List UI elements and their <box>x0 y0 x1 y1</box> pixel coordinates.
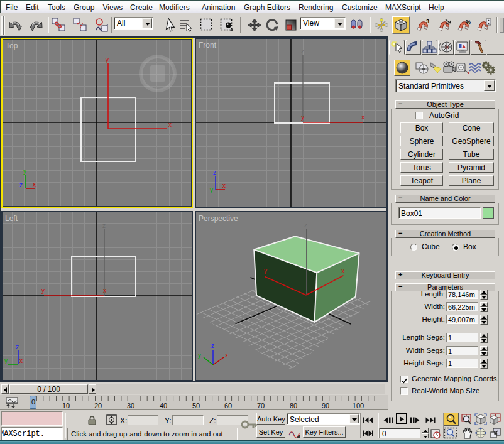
svg-text:z: z <box>19 181 23 188</box>
svg-text:x: x <box>103 287 106 294</box>
svg-text:Front: Front <box>199 41 217 50</box>
svg-text:z: z <box>213 169 216 176</box>
svg-text:z: z <box>301 48 304 55</box>
svg-text:10: 10 <box>62 402 70 409</box>
svg-text:60: 60 <box>224 402 232 409</box>
svg-text:80: 80 <box>290 402 297 409</box>
svg-text:100: 100 <box>353 402 364 409</box>
svg-text:x: x <box>222 182 226 189</box>
svg-text:40: 40 <box>160 402 167 409</box>
svg-text:20: 20 <box>94 402 102 409</box>
svg-text:y: y <box>4 357 8 364</box>
svg-text:y: y <box>41 287 45 294</box>
svg-text:z: z <box>16 344 19 350</box>
svg-text:x: x <box>341 268 344 274</box>
svg-text:50: 50 <box>192 402 200 409</box>
svg-text:x: x <box>168 121 172 128</box>
svg-text:z: z <box>211 342 214 349</box>
svg-text:z: z <box>102 222 106 229</box>
svg-text:90: 90 <box>322 402 329 409</box>
svg-text:y: y <box>301 114 304 121</box>
svg-text:70: 70 <box>257 402 265 409</box>
svg-text:Top: Top <box>6 41 18 50</box>
svg-text:y: y <box>23 168 26 175</box>
svg-text:x: x <box>33 181 36 188</box>
svg-text:Left: Left <box>5 214 18 223</box>
svg-text:30: 30 <box>127 402 134 409</box>
svg-text:y: y <box>264 268 267 274</box>
svg-text:%: % <box>466 19 471 25</box>
svg-text:x: x <box>361 114 364 121</box>
svg-text:y: y <box>198 352 201 359</box>
svg-text:z: z <box>304 222 307 229</box>
svg-text:x: x <box>225 352 228 359</box>
svg-text:x: x <box>19 357 23 364</box>
svg-text:Perspective: Perspective <box>199 214 238 223</box>
svg-text:3: 3 <box>426 18 429 24</box>
svg-text:y: y <box>106 57 109 63</box>
svg-text:y: y <box>210 187 213 193</box>
